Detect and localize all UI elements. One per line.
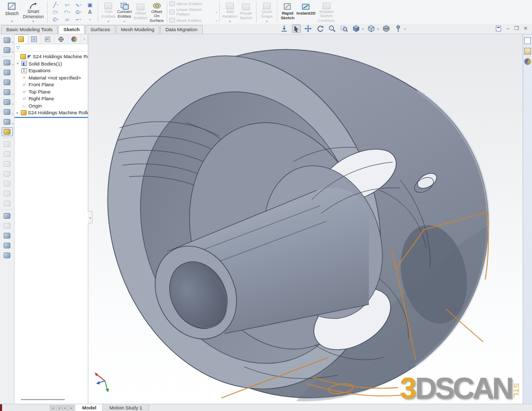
mirror-entities-item[interactable]: Mirror Entities — [169, 1, 217, 6]
rectangle-tool-icon[interactable]: □▾ — [50, 8, 61, 16]
expand-arrow-icon[interactable]: ▸ — [16, 61, 20, 65]
swept-boss-icon[interactable] — [2, 68, 13, 77]
sketch-dropdown-caret[interactable]: ▾ — [11, 19, 12, 23]
tree-item-front-plane[interactable]: ▱ Front Plane — [15, 81, 88, 88]
zoom-area-icon[interactable] — [340, 24, 349, 33]
fillet-tool-icon[interactable]: ⌐▾ — [73, 16, 84, 23]
linear-sketch-pattern-item[interactable]: Linear Sketch Pattern ▾ — [169, 7, 217, 17]
model-tab[interactable]: Model — [76, 404, 103, 411]
display-settings-icon[interactable] — [2, 231, 13, 240]
tree-item-imported-part[interactable]: ▸ S24 Holdings Machine Roller Asse — [15, 109, 88, 116]
instant2d-button[interactable]: Instant2D — [296, 1, 316, 23]
shaded-sketch-contours-button[interactable]: Shaded Sketch Contours — [316, 1, 336, 23]
tab-scroll-first-button[interactable]: ◂ — [50, 405, 56, 410]
offset-on-surface-button[interactable]: Offset On Surface — [149, 1, 165, 23]
export-doc-icon[interactable] — [2, 251, 13, 260]
freeform-curve-icon[interactable]: ▾ — [2, 117, 13, 126]
compare-doc-icon[interactable] — [2, 241, 13, 250]
minimize-button[interactable]: – — [507, 26, 510, 31]
ref-geometry-7-icon[interactable] — [2, 199, 13, 208]
repair-sketch-button[interactable]: Repair Sketch — [238, 1, 254, 23]
display-style-caret[interactable]: ▾ — [377, 27, 379, 31]
dimxpert-manager-tab[interactable] — [55, 34, 68, 44]
smart-dimension-button[interactable]: Smart Dimension ▾ — [21, 1, 45, 23]
tree-item-material[interactable]: ≡ Material <not specified> — [15, 74, 88, 82]
lofted-boss-icon[interactable] — [2, 78, 13, 87]
mesh-tool-2-icon[interactable] — [2, 221, 13, 230]
view-orientation-caret[interactable]: ▾ — [362, 27, 364, 31]
tab-data-migration[interactable]: Data Migration — [160, 25, 203, 34]
tree-item-assembly[interactable]: ◤ S24 Holdings Machine Roller Asse — [15, 53, 88, 60]
quick-snaps-button[interactable]: Quick Snaps ▾ — [259, 1, 275, 23]
extruded-boss-icon[interactable]: ▾ — [2, 36, 13, 45]
mesh-tool-icon[interactable] — [2, 211, 13, 220]
tree-item-equations[interactable]: Σ Equations — [15, 67, 88, 74]
circle-tool-icon[interactable]: ○▾ — [61, 1, 73, 8]
point-tool-icon[interactable]: ▪ — [84, 16, 96, 23]
window-doc-icon[interactable] — [496, 25, 502, 32]
ref-geometry-5-icon[interactable] — [2, 179, 13, 188]
slot-tool-icon[interactable]: ∅▾ — [50, 16, 61, 23]
property-manager-tab[interactable] — [28, 34, 42, 44]
rollback-bar[interactable] — [15, 117, 88, 118]
document-icon[interactable] — [524, 37, 531, 44]
display-manager-tab[interactable] — [68, 34, 81, 44]
ref-geometry-1-icon[interactable] — [2, 140, 13, 149]
trim-entities-button[interactable]: Trim Entities ▾ — [100, 1, 116, 23]
view-settings-icon[interactable] — [394, 24, 403, 33]
view-settings-caret[interactable]: ▾ — [404, 27, 406, 31]
configuration-manager-tab[interactable] — [41, 34, 55, 44]
section-view-icon[interactable] — [382, 24, 391, 33]
display-style-icon[interactable] — [367, 24, 376, 33]
design-library-icon[interactable] — [524, 48, 531, 55]
tab-mesh-modeling[interactable]: Mesh Modeling — [116, 25, 159, 34]
line-tool-icon[interactable]: ╱▾ — [50, 1, 61, 8]
ellipse-tool-icon[interactable]: ⊙▾ — [73, 8, 84, 16]
tab-scroll-prev-button[interactable]: ◂ — [56, 405, 62, 410]
offset-surface-active-icon[interactable] — [2, 127, 13, 136]
expand-pane-button[interactable]: › — [81, 34, 88, 44]
add-relation-button[interactable]: Add Relation ▾ — [222, 1, 238, 23]
close-button[interactable]: ✕ — [524, 26, 528, 31]
tab-surfaces[interactable]: Surfaces — [85, 25, 115, 34]
tree-item-solid-bodies[interactable]: ▸ ◧ Solid Bodies(1) — [15, 60, 88, 68]
arc-tool-icon[interactable]: ◠▾ — [61, 8, 73, 16]
tree-item-origin[interactable]: ∟ Origin — [15, 102, 88, 110]
rotate-view-icon[interactable] — [316, 24, 325, 33]
sketch-button[interactable]: Sketch ▾ — [3, 1, 21, 23]
wrap-icon[interactable]: ▾ — [2, 108, 13, 116]
3d-model[interactable] — [88, 34, 488, 404]
ref-geometry-2-icon[interactable] — [2, 150, 13, 158]
select-cursor-icon[interactable] — [292, 24, 301, 33]
expand-arrow-icon[interactable]: ▸ — [16, 111, 19, 115]
smart-dimension-caret[interactable]: ▾ — [32, 19, 34, 23]
tree-item-right-plane[interactable]: ▱ Right Plane — [15, 95, 88, 102]
polygon-tool-icon[interactable]: ▱ — [61, 16, 73, 23]
view-orientation-icon[interactable] — [352, 24, 361, 33]
boundary-boss-icon[interactable]: ▾ — [2, 88, 13, 97]
graphics-viewport[interactable]: 3 DSCAN STL — [88, 34, 523, 404]
appearances-icon[interactable] — [524, 58, 531, 65]
move-entities-item[interactable]: Move Entities ▾ — [169, 18, 217, 23]
tree-hscroll-thumb[interactable] — [21, 399, 65, 400]
zoom-to-fit-icon[interactable] — [280, 24, 289, 33]
pan-icon[interactable] — [304, 24, 313, 33]
convert-entities-button[interactable]: Convert Entities ▾ — [116, 1, 132, 23]
pattern-icon[interactable]: ▾ — [2, 98, 13, 107]
panel-collapse-handle[interactable]: ◂ — [88, 211, 92, 223]
tab-scroll-next-button[interactable]: ▸ — [62, 405, 68, 410]
ref-geometry-6-icon[interactable] — [2, 189, 13, 198]
offset-entities-button[interactable]: Offset Entities — [132, 1, 149, 23]
ref-geometry-4-icon[interactable] — [2, 169, 13, 178]
rapid-sketch-button[interactable]: Rapid Sketch — [280, 1, 296, 23]
extruded-cut-icon[interactable]: ▾ — [2, 46, 13, 55]
restore-button[interactable]: ❐ — [514, 26, 519, 31]
zoom-icon[interactable] — [328, 24, 337, 33]
tab-sketch[interactable]: Sketch — [58, 25, 85, 34]
ref-geometry-3-icon[interactable] — [2, 160, 13, 168]
sketch-picture-icon[interactable]: ▣ — [84, 1, 96, 8]
tree-item-top-plane[interactable]: ▱ Top Plane — [15, 88, 88, 96]
tab-scroll-last-button[interactable]: ▸ — [69, 405, 74, 410]
revolved-boss-icon[interactable]: ▾ — [2, 58, 13, 67]
motion-study-tab[interactable]: Motion Study 1 — [103, 404, 149, 411]
